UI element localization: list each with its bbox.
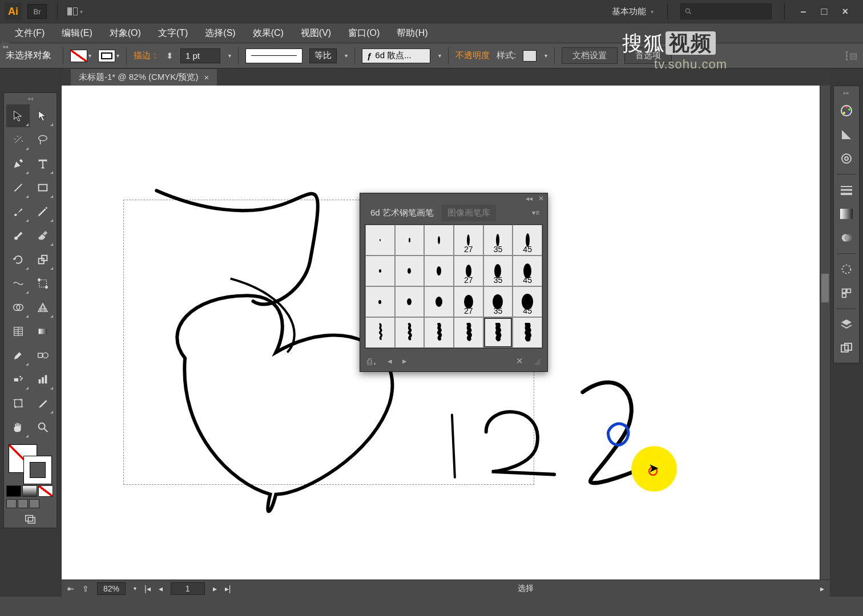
color-mode-none[interactable]: [38, 485, 53, 497]
brush-swatch[interactable]: [424, 225, 454, 256]
rotate-tool[interactable]: [6, 248, 30, 271]
kuler-panel-icon[interactable]: [837, 149, 856, 168]
transparency-panel-icon[interactable]: [837, 228, 856, 248]
draw-mode-inside[interactable]: [29, 499, 39, 508]
column-graph-tool[interactable]: [31, 368, 54, 391]
brush-swatch[interactable]: [365, 286, 395, 317]
menu-help[interactable]: 帮助(H): [389, 24, 435, 43]
share-icon[interactable]: ⇪: [82, 584, 89, 593]
stroke-profile-preview[interactable]: [245, 48, 303, 63]
appearance-panel-icon[interactable]: [837, 260, 856, 279]
width-tool[interactable]: [6, 272, 30, 295]
draw-mode-normal[interactable]: [6, 499, 17, 508]
close-tab-icon[interactable]: ×: [204, 72, 209, 82]
slice-tool[interactable]: [31, 392, 54, 415]
resize-grip-icon[interactable]: ◢: [534, 356, 541, 366]
type-tool[interactable]: [31, 152, 54, 175]
library-menu-icon[interactable]: ⎙▴: [367, 356, 377, 366]
maximize-button[interactable]: □: [821, 6, 828, 18]
panel-collapse-icon[interactable]: ◂◂: [526, 194, 533, 202]
color-mode-solid[interactable]: [6, 485, 21, 497]
symbol-sprayer-tool[interactable]: [6, 368, 30, 391]
bridge-button[interactable]: Br: [27, 4, 47, 19]
brush-swatch[interactable]: 45: [513, 256, 542, 286]
brush-swatch[interactable]: 35: [483, 286, 513, 317]
perspective-grid-tool[interactable]: [31, 296, 54, 319]
workspace-switcher[interactable]: 基本功能: [604, 4, 662, 19]
gradient-tool[interactable]: [31, 320, 54, 343]
chevron-down-icon[interactable]: ▾: [228, 52, 231, 59]
menu-type[interactable]: 文字(T): [150, 24, 196, 43]
document-tab[interactable]: 未标题-1* @ 82% (CMYK/预览) ×: [71, 69, 217, 86]
document-setup-button[interactable]: 文档设置: [562, 47, 618, 64]
zoom-tool[interactable]: [31, 416, 54, 439]
nav-first-icon[interactable]: ⇤: [67, 584, 74, 593]
next-library-icon[interactable]: ▸: [402, 356, 407, 366]
panel-menu-icon[interactable]: ▾≡: [529, 209, 543, 217]
eyedropper-tool[interactable]: [6, 344, 30, 367]
menu-effect[interactable]: 效果(C): [245, 24, 292, 43]
hand-tool[interactable]: [6, 416, 30, 439]
stroke-proxy-icon[interactable]: [23, 456, 52, 484]
blob-brush-tool[interactable]: [6, 224, 30, 247]
minimize-button[interactable]: –: [801, 6, 806, 18]
brush-swatch[interactable]: 27: [454, 225, 483, 256]
fill-stroke-proxy[interactable]: [6, 442, 54, 483]
brush-swatch[interactable]: 27: [454, 286, 483, 317]
artboard-next-last-icon[interactable]: ▸|: [225, 584, 231, 593]
chevron-down-icon[interactable]: ▾: [134, 585, 136, 591]
close-button[interactable]: ×: [842, 6, 848, 18]
brush-swatch[interactable]: [365, 225, 395, 256]
artboard-prev-first-icon[interactable]: |◂: [144, 584, 151, 593]
brush-swatch[interactable]: 27: [454, 256, 483, 286]
brush-swatch[interactable]: [395, 317, 425, 348]
menu-object[interactable]: 对象(O): [102, 24, 149, 43]
scrollbar-thumb[interactable]: [821, 274, 829, 302]
color-mode-gradient[interactable]: [22, 485, 37, 497]
stroke-profile-select[interactable]: 等比: [309, 48, 337, 63]
brush-swatch[interactable]: [454, 317, 483, 348]
lasso-tool[interactable]: [31, 128, 54, 151]
search-input[interactable]: [680, 3, 772, 19]
options-flyout-icon[interactable]: ┇▤: [844, 51, 857, 61]
free-transform-tool[interactable]: [31, 272, 54, 295]
brush-swatch[interactable]: [483, 317, 513, 348]
tools-collapse-icon[interactable]: ◂◂: [6, 95, 54, 103]
artboard-prev-icon[interactable]: ◂: [159, 584, 163, 593]
brush-swatch[interactable]: [513, 317, 542, 348]
blend-tool[interactable]: [31, 344, 54, 367]
menu-select[interactable]: 选择(S): [197, 24, 243, 43]
brush-swatch[interactable]: [424, 286, 454, 317]
brush-library-panel[interactable]: ◂◂ ✕ 6d 艺术钢笔画笔 图像画笔库 ▾≡ 2735452735452735…: [360, 193, 548, 372]
layers-panel-icon[interactable]: [837, 315, 856, 334]
brush-swatch[interactable]: [424, 317, 454, 348]
menu-view[interactable]: 视图(V): [293, 24, 339, 43]
menu-window[interactable]: 窗口(O): [340, 24, 388, 43]
menu-edit[interactable]: 编辑(E): [54, 24, 100, 43]
color-guide-panel-icon[interactable]: [837, 125, 856, 144]
zoom-level-input[interactable]: 82%: [97, 582, 126, 595]
stroke-link-icon[interactable]: ⬍: [166, 51, 174, 61]
gradient-panel-icon[interactable]: [837, 204, 856, 224]
brush-swatch[interactable]: [395, 225, 425, 256]
brush-swatch[interactable]: 35: [483, 225, 513, 256]
scale-tool[interactable]: [31, 248, 54, 271]
chevron-down-icon[interactable]: ▾: [545, 52, 547, 59]
line-segment-tool[interactable]: [6, 176, 30, 199]
brush-swatch[interactable]: [395, 286, 425, 317]
brush-panel-tab-active[interactable]: 6d 艺术钢笔画笔: [365, 205, 439, 221]
brush-swatch[interactable]: 45: [513, 225, 542, 256]
brush-swatch[interactable]: [395, 256, 425, 286]
artboard-next-icon[interactable]: ▸: [213, 584, 217, 593]
draw-mode-behind[interactable]: [18, 499, 28, 508]
brush-delete-icon[interactable]: ✕: [516, 356, 523, 366]
stroke-panel-icon[interactable]: [837, 180, 856, 200]
shape-builder-tool[interactable]: [6, 296, 30, 319]
graphic-styles-panel-icon[interactable]: [837, 283, 856, 303]
selection-tool[interactable]: [6, 104, 30, 127]
arrange-documents-button[interactable]: ▾: [63, 4, 86, 19]
paintbrush-tool[interactable]: [6, 200, 30, 223]
brush-swatch[interactable]: 35: [483, 256, 513, 286]
brush-swatch[interactable]: [365, 317, 395, 348]
vertical-scrollbar[interactable]: [820, 86, 830, 579]
